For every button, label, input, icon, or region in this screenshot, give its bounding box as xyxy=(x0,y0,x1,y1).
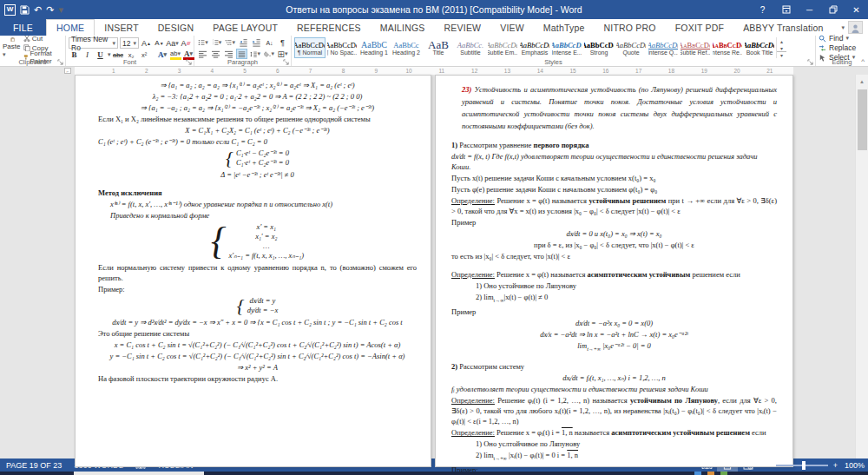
increase-indent-button[interactable] xyxy=(251,37,262,48)
style-chip-book-title[interactable]: AaBbCcDcBook Title xyxy=(744,37,775,58)
styles-scroll-down-icon[interactable]: ▾ xyxy=(777,44,786,51)
taskbar-icon[interactable] xyxy=(720,472,727,475)
close-button[interactable]: ✕ xyxy=(845,0,868,19)
styles-scroll-up-icon[interactable]: ▴ xyxy=(777,37,786,44)
style-chip-subtitle[interactable]: AaBbCc.Subtitle xyxy=(455,37,486,58)
zoom-slider-thumb[interactable] xyxy=(802,461,806,470)
tab-file[interactable]: FILE xyxy=(0,19,46,36)
style-chip--normal[interactable]: AaBbCcDc¶ Normal xyxy=(294,37,326,58)
style-chip-intense-q-[interactable]: AaBbCcDtIntense Q... xyxy=(648,37,679,58)
style-chip-heading-2[interactable]: AaBbCcHeading 2 xyxy=(391,37,422,58)
tab-mathtype[interactable]: MathType xyxy=(534,19,595,36)
doc-line: {x′ = x₁x₁′ = x₂…x′ₙ₋₁ = f(t, x, x₁, …, … xyxy=(98,222,417,261)
clipboard-dialog-launcher-icon[interactable] xyxy=(57,59,63,65)
save-icon[interactable] xyxy=(20,5,30,15)
doc-line: Δ = |eᵗ −e⁻³ᵗ ; eᵗ e⁻³ᵗ| ≠ 0 xyxy=(98,169,417,180)
style-label: Quote xyxy=(622,49,639,56)
find-button[interactable]: Find ▾ xyxy=(819,35,856,43)
doc-line: Если X₁ и X₂ линейные независимые решени… xyxy=(98,114,417,124)
style-label: Subtle Em... xyxy=(487,49,518,56)
undo-icon[interactable]: ↶ xyxy=(34,5,42,15)
editing-group: Find ▾ReplaceSelect ▾ Editing xyxy=(816,36,868,66)
tab-foxit-pdf[interactable]: FOXIT PDF xyxy=(666,19,733,36)
doc-line: dx⁄x = −a²dt ⇒ ln x = −a²t + lnC → x(t) … xyxy=(451,329,777,340)
qat-customize-caret-icon[interactable]: ▾ xyxy=(58,5,63,15)
tab-home[interactable]: HOME xyxy=(46,19,95,36)
doc-line: Если нормальную систему привести к одном… xyxy=(98,262,417,283)
change-case-button[interactable]: Aa▾ xyxy=(167,38,178,49)
tab-nitro-pro[interactable]: NITRO PRO xyxy=(595,19,666,36)
style-label: Strong xyxy=(590,49,608,56)
font-name-select[interactable]: Times New Ro▾ xyxy=(69,37,118,49)
cut-button[interactable]: Cut xyxy=(23,35,62,43)
doc-line: fᵢ удовлетволяет теории существености и … xyxy=(451,384,777,394)
style-preview: AaBbCcDc xyxy=(487,41,518,49)
clear-formatting-button[interactable]: A xyxy=(180,38,191,49)
doc-line: C₁ (eᵗ ; eᵗ) + C₂ (e⁻³ᵗ ; e⁻³ᵗ) = 0 толь… xyxy=(98,136,417,147)
scrollbar-thumb[interactable] xyxy=(858,89,867,150)
styles-more-icon[interactable]: ▾ xyxy=(777,51,786,58)
style-chip--no-spac-[interactable]: AaBbCcDc¶ No Spac... xyxy=(326,37,358,58)
taskbar-icon[interactable] xyxy=(694,472,701,475)
doc-line: то есть из |x₀| < δ следует, что |x(t)| … xyxy=(451,251,777,261)
sort-button[interactable]: А↓ xyxy=(264,37,275,48)
style-chip-subtle-ref-[interactable]: AaBbCcDcSubtle Ref... xyxy=(680,37,711,58)
style-chip-heading-1[interactable]: AaBbCHeading 1 xyxy=(358,37,390,58)
style-chip-intense-e-[interactable]: AaBbCcDtIntense E... xyxy=(551,37,582,58)
style-chip-subtle-em-[interactable]: AaBbCcDcSubtle Em... xyxy=(487,37,518,58)
zoom-slider[interactable] xyxy=(776,465,828,466)
tab-view[interactable]: VIEW xyxy=(490,19,534,36)
system-brace: { xyxy=(211,224,227,259)
style-chip-emphasis[interactable]: AaBbCcDtEmphasis xyxy=(519,37,550,58)
tab-page-layout[interactable]: PAGE LAYOUT xyxy=(203,19,287,36)
document-page-right[interactable]: 23) Устойчивость и асимптотическая устой… xyxy=(435,75,793,467)
window-title: Ответы на вопросы экзамена по ВМ (2011) … xyxy=(286,4,582,15)
doc-line: 2) limt→+∞ |xᵢ(t) − φᵢ(t)| = 0 i = 1, n xyxy=(476,450,777,464)
tab-selector-icon[interactable]: ⌐ xyxy=(64,68,71,74)
tab-mailings[interactable]: MAILINGS xyxy=(371,19,435,36)
collapse-ribbon-icon[interactable]: ^ xyxy=(861,57,865,65)
paragraph-dialog-launcher-icon[interactable] xyxy=(283,59,289,65)
zoom-percentage[interactable]: 100% xyxy=(845,461,868,470)
shrink-font-button[interactable]: A▼ xyxy=(154,38,165,49)
tab-review[interactable]: REVIEW xyxy=(435,19,491,36)
tab-references[interactable]: REFERENCES xyxy=(287,19,371,36)
cut-icon xyxy=(23,35,30,42)
restore-button[interactable] xyxy=(821,0,845,19)
tab-design[interactable]: DESIGN xyxy=(148,19,203,36)
redo-icon[interactable]: ↷ xyxy=(46,5,54,15)
page-indicator[interactable]: PAGE 19 OF 23 xyxy=(0,459,68,472)
find-icon xyxy=(819,35,826,43)
font-dialog-launcher-icon[interactable] xyxy=(186,59,192,65)
taskbar-icon[interactable] xyxy=(707,472,714,475)
zoom-in-button[interactable]: + xyxy=(833,461,838,470)
paste-button[interactable]: Paste ▾ xyxy=(3,37,23,58)
help-button[interactable]: ? xyxy=(751,0,774,19)
doc-line: 1) Рассмотрим уравнение первого порядка xyxy=(451,140,777,150)
vertical-scrollbar[interactable]: ▲ xyxy=(855,75,868,459)
styles-dialog-launcher-icon[interactable] xyxy=(807,59,813,65)
ribbon-display-options-button[interactable] xyxy=(774,0,798,19)
style-chip-strong[interactable]: AaBbCcDcStrong xyxy=(583,37,615,58)
style-chip-intense-re-[interactable]: AaBbCcDcIntense Re... xyxy=(712,37,743,58)
grow-font-button[interactable]: A▲ xyxy=(141,38,152,49)
replace-button[interactable]: Replace xyxy=(819,44,856,52)
show-paragraph-marks-button[interactable]: ¶ xyxy=(277,37,288,48)
account-dropdown-caret-icon[interactable]: ▾ xyxy=(841,24,845,31)
styles-gallery: AaBbCcDc¶ NormalAaBbCcDc¶ No Spac...AaBb… xyxy=(294,37,775,58)
taskbar-open-window[interactable] xyxy=(74,472,204,475)
font-size-select[interactable]: 12▾ xyxy=(120,37,139,49)
scroll-up-icon[interactable]: ▲ xyxy=(856,75,868,88)
minimize-button[interactable]: ─ xyxy=(798,0,821,19)
numbering-button[interactable]: ▾ xyxy=(211,37,223,48)
tab-insert[interactable]: INSERT xyxy=(95,19,148,36)
document-page-left[interactable]: ⇒ {a₁ = a₂ ; a₂ = a₂ ⇒ {x₁⁽¹⁾ = a₂eᵗ ; x… xyxy=(75,75,431,467)
underline-caret-icon[interactable]: ▾ xyxy=(108,51,111,58)
user-avatar-icon[interactable] xyxy=(848,21,863,34)
tab-abbyy-translation[interactable]: ABBYY Translation xyxy=(733,19,833,36)
style-chip-quote[interactable]: AaBbCcDtQuote xyxy=(615,37,647,58)
multilevel-list-button[interactable]: ▾ xyxy=(224,37,236,48)
bullets-button[interactable]: ▾ xyxy=(197,37,209,48)
decrease-indent-button[interactable] xyxy=(238,37,249,48)
style-chip-title[interactable]: AaBTitle xyxy=(423,37,454,58)
